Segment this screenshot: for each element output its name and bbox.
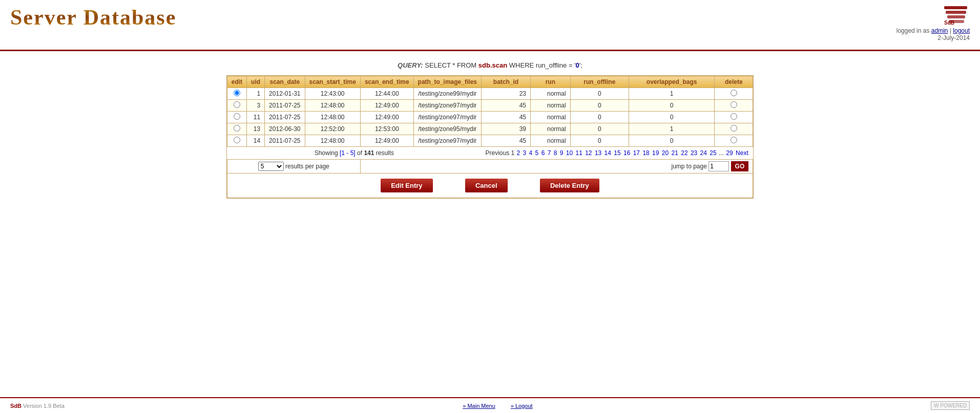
overlapped-bags-cell: 0 [629,135,714,147]
radio-cell[interactable] [227,112,246,123]
scan-start-time-cell: 12:48:00 [305,112,360,123]
per-page-select[interactable]: 5 10 25 50 [258,162,284,171]
scan-end-time-cell: 12:44:00 [360,88,413,100]
pagination-links: Previous 1 2 3 4 5 6 7 8 9 10 11 12 [485,149,748,157]
run-cell: normal [530,100,570,112]
row-select-radio[interactable] [234,113,240,120]
jump-page-input[interactable] [708,161,729,171]
page-3[interactable]: 3 [523,149,527,157]
date-display: 2-July-2014 [896,34,970,41]
delete-radio-cell[interactable] [715,88,753,100]
path-cell: /testing/zone97/mydir [413,100,481,112]
row-select-radio[interactable] [234,101,240,108]
radio-cell[interactable] [227,88,246,100]
page-29[interactable]: 29 [726,149,733,157]
delete-radio[interactable] [731,90,737,96]
page-18[interactable]: 18 [642,149,649,157]
scan-start-time-cell: 12:48:00 [305,100,360,112]
page-11[interactable]: 11 [575,149,582,157]
th-batch-id: batch_id [481,76,530,88]
th-scan-start-time: scan_start_time [305,76,360,88]
page-24[interactable]: 24 [700,149,707,157]
scan-start-time-cell: 12:52:00 [305,123,360,135]
th-overlapped-bags: overlapped_bags [629,76,714,88]
page-20[interactable]: 20 [662,149,669,157]
delete-radio[interactable] [731,113,737,120]
delete-entry-button[interactable]: Delete Entry [540,179,599,192]
scan-date-cell: 2011-07-25 [265,100,305,112]
delete-radio-cell[interactable] [715,112,753,123]
page-6[interactable]: 6 [541,149,545,157]
th-edit: edit [227,76,246,88]
delete-radio-cell[interactable] [715,123,753,135]
th-path: path_to_image_files [413,76,481,88]
svg-rect-1 [946,11,966,14]
table-header-row: edit uid scan_date scan_start_time scan_… [227,76,753,88]
admin-user-link[interactable]: admin [931,27,948,34]
page-7[interactable]: 7 [548,149,551,157]
page-19[interactable]: 19 [652,149,659,157]
header: Server Database SdB logged in as admin |… [0,0,980,51]
page-8[interactable]: 8 [554,149,557,157]
scan-date-cell: 2011-07-25 [265,135,305,147]
showing-cell: Showing [1 - 5] of 141 results [227,147,481,160]
radio-cell[interactable] [227,100,246,112]
uid-cell: 11 [247,112,265,123]
query-text: SELECT * FROM sdb.scan WHERE run_offline… [425,61,582,69]
go-button[interactable]: GO [731,161,749,171]
cancel-button[interactable]: Cancel [465,179,508,192]
svg-rect-0 [944,6,967,9]
page-4[interactable]: 4 [529,149,533,157]
uid-cell: 13 [247,123,265,135]
path-cell: /testing/zone97/mydir [413,112,481,123]
app-logo: Server Database [10,6,176,29]
page-2[interactable]: 2 [517,149,520,157]
radio-cell[interactable] [227,135,246,147]
scan-end-time-cell: 12:49:00 [360,112,413,123]
batch-id-cell: 45 [481,112,530,123]
page-15[interactable]: 15 [614,149,620,157]
page-14[interactable]: 14 [604,149,611,157]
row-select-radio[interactable] [234,90,240,96]
scan-date-cell: 2012-06-30 [265,123,305,135]
page-16[interactable]: 16 [623,149,630,157]
delete-radio-cell[interactable] [715,135,753,147]
delete-radio[interactable] [731,125,737,132]
page-10[interactable]: 10 [566,149,573,157]
svg-text:SdB: SdB [944,20,954,26]
table-body: 12012-01-3112:43:0012:44:00/testing/zone… [227,88,753,147]
pagination-row: Showing [1 - 5] of 141 results Previous … [227,147,753,160]
run-cell: normal [530,112,570,123]
page-9[interactable]: 9 [560,149,564,157]
scan-end-time-cell: 12:53:00 [360,123,413,135]
query-label: QUERY: [398,61,423,69]
radio-cell[interactable] [227,123,246,135]
page-22[interactable]: 22 [681,149,687,157]
page-17[interactable]: 17 [633,149,640,157]
page-13[interactable]: 13 [595,149,601,157]
delete-radio[interactable] [731,137,737,143]
batch-id-cell: 45 [481,100,530,112]
page-12[interactable]: 12 [585,149,592,157]
delete-radio-cell[interactable] [715,100,753,112]
run-cell: normal [530,88,570,100]
page-5[interactable]: 5 [535,149,539,157]
actions-row: Edit Entry Cancel Delete Entry [227,173,753,198]
batch-id-cell: 45 [481,135,530,147]
scan-end-time-cell: 12:49:00 [360,100,413,112]
logout-link[interactable]: logout [953,27,970,34]
page-21[interactable]: 21 [672,149,678,157]
overlapped-bags-cell: 1 [629,88,714,100]
page-next[interactable]: Next [736,149,748,157]
delete-radio[interactable] [731,101,737,108]
row-select-radio[interactable] [234,137,240,143]
main-content: QUERY: SELECT * FROM sdb.scan WHERE run_… [0,51,980,210]
page-23[interactable]: 23 [691,149,697,157]
page-25[interactable]: 25 [710,149,716,157]
actions-cell: Edit Entry Cancel Delete Entry [227,173,753,198]
query-line: QUERY: SELECT * FROM sdb.scan WHERE run_… [10,61,970,69]
row-select-radio[interactable] [234,125,240,132]
edit-entry-button[interactable]: Edit Entry [381,179,432,192]
th-delete: delete [715,76,753,88]
table-container: edit uid scan_date scan_start_time scan_… [226,75,754,199]
